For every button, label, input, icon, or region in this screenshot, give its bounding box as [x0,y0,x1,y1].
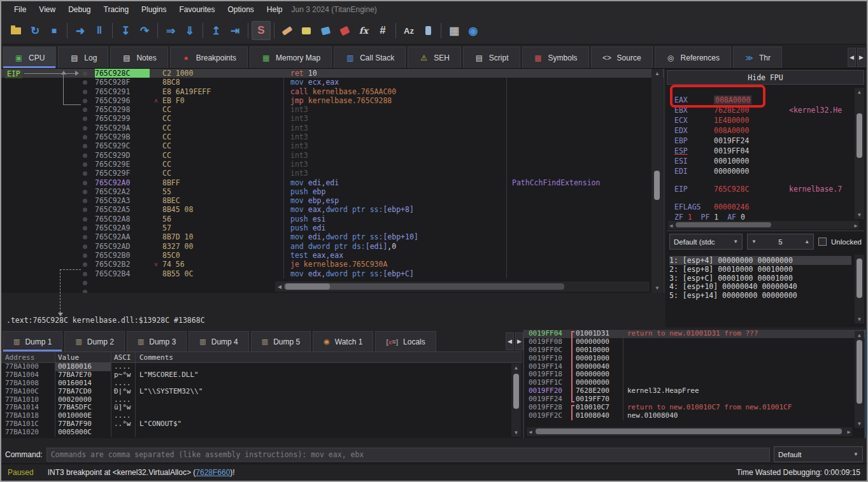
breakpoint-dot[interactable] [83,71,87,76]
dump-row[interactable]: 77BA100477BA7E70p~°wL"MSCOREE.DLL" [1,371,522,379]
disasm-row[interactable]: 765C92B085C0test eax,eax [1,251,664,260]
breakpoints-button[interactable] [335,21,354,40]
disasm-row[interactable]: 765C9296ʌEB F0jmp kernelbase.765C9288 [1,96,664,105]
register-row-esi[interactable]: ESI00010000 [674,157,749,166]
disasm-hscrollbar[interactable]: ◀ [275,281,650,292]
dump-tab-dump-1[interactable]: ▥Dump 1 [3,331,62,351]
breakpoint-dot[interactable] [83,162,87,167]
dump-tab-dump-4[interactable]: ▥Dump 4 [189,331,248,351]
dump-tab-dump-3[interactable]: ▥Dump 3 [127,331,187,351]
argument-row[interactable]: 1: [esp+4] 00000000 00000000 [669,256,851,265]
breakpoint-dot[interactable] [83,199,87,203]
stack-row[interactable]: 0019FF207628E200kernel32.HeapFree [524,387,865,395]
disasm-row[interactable]: 765C92B48B55 0Cmov edx,dword ptr ss:[ebp… [1,269,664,278]
tab-memory-map[interactable]: ▦Memory Map [250,46,332,68]
disasm-row[interactable]: 765C928F8BC8mov ecx,eax [1,78,664,87]
step-into-button[interactable]: ↧ [116,21,135,40]
breakpoint-dot[interactable] [83,235,87,239]
argument-row[interactable]: 2: [esp+8] 00010000 00010000 [669,265,793,274]
disasm-row[interactable]: 765C9291E8 6A19FEFFcall kernelbase.765AA… [1,87,664,96]
restart-button[interactable]: ↻ [25,21,45,40]
breakpoint-dot[interactable] [83,208,87,212]
menu-favourites[interactable]: Favourites [173,3,221,17]
stack-row[interactable]: 0019FF2C01008040new.01008040 [524,412,865,420]
breakpoint-dot[interactable] [83,108,87,112]
register-row-edi[interactable]: EDI00000000 [674,167,749,176]
register-row-ebp[interactable]: EBP0019FF24 [674,136,749,145]
dump-row[interactable]: 77BA10200005000C [1,429,522,437]
breakpoint-dot[interactable] [83,99,87,103]
register-value[interactable]: 765C928C [714,185,749,194]
pause-button[interactable]: ‖ [90,21,109,40]
command-input[interactable] [46,448,770,462]
disasm-row[interactable]: 765C92A957push edi [1,223,664,232]
stack-row[interactable]: 0019FF28010010C7return to new.010010C7 f… [524,404,865,412]
tab-references[interactable]: ◎References [655,46,731,68]
dump-tab-watch-1[interactable]: ◉Watch 1 [313,331,373,351]
tab-call-stack[interactable]: ▥Call Stack [334,46,406,68]
register-row-eip[interactable]: EIP765C928Ckernelbase.7 [674,185,749,194]
functions-button[interactable]: fx [354,21,373,40]
registers-vscrollbar[interactable]: ▲ ▼ [855,88,864,219]
menu-tracing[interactable]: Tracing [97,3,136,17]
breakpoint-dot[interactable] [83,153,87,158]
dump-col-value[interactable]: Value [55,352,111,362]
breakpoint-dot[interactable] [83,144,87,148]
menu-plugins[interactable]: Plugins [135,3,173,17]
disassembly-pane[interactable]: 765C928CC2 1000ret 10765C928F8BC8mov ecx… [1,69,664,293]
patches-button[interactable] [278,21,297,40]
dump-tab-locals[interactable]: [x=]Locals [375,331,436,351]
disasm-row[interactable]: 765C92A38BECmov ebp,esp [1,196,664,205]
tab-thr[interactable]: ≫Thr [733,46,782,68]
disasm-vscrollbar[interactable]: ▲ ▼ [651,69,663,293]
tab-log[interactable]: ▤Log [58,46,108,68]
calling-convention-select[interactable]: Default (stdc▼ [669,234,743,250]
dump-tab-dump-2[interactable]: ▥Dump 2 [64,331,124,351]
ordinals-button[interactable]: # [373,21,392,40]
menu-help[interactable]: Help [260,3,289,17]
breakpoint-dot[interactable] [83,226,87,230]
internet-button[interactable]: ◉ [464,21,483,40]
disasm-row[interactable]: 765C929ACCint3 [1,124,664,132]
disasm-row[interactable]: 765C929DCCint3 [1,151,664,160]
run-to-user-code-button[interactable]: ⇥ [225,21,245,40]
tab-notes[interactable]: ▤Notes [110,46,167,68]
dump-scroll-right-icon[interactable]: ▶ [515,332,523,350]
unlocked-checkbox[interactable] [818,237,827,246]
menu-options[interactable]: Options [221,3,260,17]
stack-row[interactable]: 0019FF1C00000000 [524,379,865,387]
stack-vscrollbar[interactable]: ▲ ▼ [855,331,864,428]
open-file-button[interactable] [6,21,25,40]
step-out-button[interactable]: ↥ [206,21,225,40]
stack-row[interactable]: 0019FF0C00010000 [524,346,865,355]
dump-row[interactable]: 77BA100000180016.... [1,363,522,371]
breakpoint-dot[interactable] [83,217,87,222]
dump-tab-dump-5[interactable]: ▥Dump 5 [251,331,311,351]
disasm-row[interactable]: 765C9298CCint3 [1,105,664,114]
tab-cpu[interactable]: ▣CPU [3,46,56,68]
dump-col-address[interactable]: Address [1,352,55,362]
register-value[interactable]: 00010000 [714,157,749,166]
breakpoint-dot[interactable] [83,135,87,139]
trace-into-button[interactable]: ⇒ [161,21,180,40]
run-button[interactable]: ➜ [71,21,90,40]
tab-source[interactable]: <>Source [591,46,653,68]
register-row-ecx[interactable]: ECX1E4B0000 [674,116,749,125]
dump-col-ascii[interactable]: ASCI [111,352,135,362]
dump-scroll-left-icon[interactable]: ◀ [506,332,514,350]
register-row-edx[interactable]: EDX008A0000 [674,126,749,135]
register-value[interactable]: 008A0000 [714,126,749,135]
stack-row[interactable]: 0019FF0401001D31return to new.01001D31 f… [524,330,865,338]
stack-row[interactable]: 0019FF1000001000 [524,355,865,363]
argument-row[interactable]: 4: [esp+10] 00000040 00000040 [669,282,797,291]
breakpoint-dot[interactable] [83,171,87,176]
register-value[interactable]: 0019FF04 [714,146,749,155]
stack-hscrollbar[interactable]: ◀ ▶ [527,427,852,436]
registers-hscrollbar[interactable]: ◀ ▶ [668,221,859,229]
tab-symbols[interactable]: ▩Symbols [522,46,589,68]
argument-row[interactable]: 5: [esp+14] 00000000 00000000 [669,291,797,300]
disasm-row[interactable]: 765C928CC2 1000ret 10 [1,69,664,78]
tab-scroll-left-icon[interactable]: ◀ [848,48,856,67]
labels-button[interactable] [316,21,335,40]
breakpoint-dot[interactable] [83,80,87,85]
